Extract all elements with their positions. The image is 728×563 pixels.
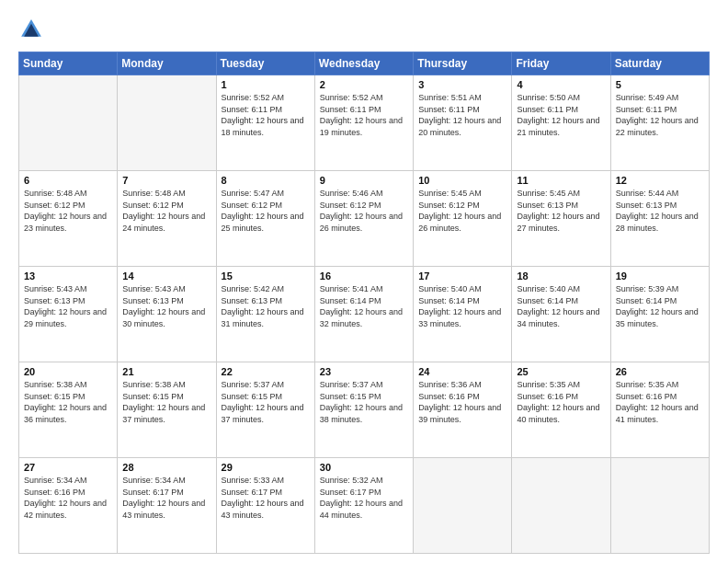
day-number: 23	[320, 366, 408, 377]
day-info: Sunrise: 5:46 AMSunset: 6:12 PMDaylight:…	[320, 188, 408, 234]
calendar-cell: 9Sunrise: 5:46 AMSunset: 6:12 PMDaylight…	[314, 171, 413, 267]
day-number: 15	[222, 270, 310, 282]
day-info: Sunrise: 5:34 AMSunset: 6:17 PMDaylight:…	[122, 475, 210, 521]
calendar-cell: 21Sunrise: 5:38 AMSunset: 6:15 PMDayligh…	[118, 362, 216, 458]
calendar-cell: 3Sunrise: 5:51 AMSunset: 6:11 PMDaylight…	[414, 75, 512, 171]
day-number: 16	[320, 270, 408, 282]
calendar-header-wednesday: Wednesday	[314, 52, 413, 75]
calendar-cell: 2Sunrise: 5:52 AMSunset: 6:11 PMDaylight…	[314, 75, 413, 171]
calendar-cell: 8Sunrise: 5:47 AMSunset: 6:12 PMDaylight…	[216, 171, 314, 267]
day-number: 19	[616, 270, 704, 282]
calendar-cell: 25Sunrise: 5:35 AMSunset: 6:16 PMDayligh…	[512, 362, 610, 458]
calendar-week-4: 20Sunrise: 5:38 AMSunset: 6:15 PMDayligh…	[19, 362, 710, 458]
day-info: Sunrise: 5:43 AMSunset: 6:13 PMDaylight:…	[24, 283, 112, 329]
calendar-cell: 22Sunrise: 5:37 AMSunset: 6:15 PMDayligh…	[216, 362, 314, 458]
calendar-cell: 10Sunrise: 5:45 AMSunset: 6:12 PMDayligh…	[414, 171, 512, 267]
day-number: 26	[616, 366, 704, 377]
calendar-cell: 1Sunrise: 5:52 AMSunset: 6:11 PMDaylight…	[216, 75, 314, 171]
calendar-header-saturday: Saturday	[610, 52, 709, 75]
calendar-cell	[118, 75, 216, 171]
calendar-cell: 7Sunrise: 5:48 AMSunset: 6:12 PMDaylight…	[118, 171, 216, 267]
calendar-cell: 16Sunrise: 5:41 AMSunset: 6:14 PMDayligh…	[314, 267, 413, 362]
day-number: 24	[418, 366, 506, 377]
day-number: 2	[320, 79, 408, 90]
day-info: Sunrise: 5:50 AMSunset: 6:11 PMDaylight:…	[517, 92, 605, 138]
day-number: 17	[418, 270, 506, 282]
calendar-cell: 23Sunrise: 5:37 AMSunset: 6:15 PMDayligh…	[314, 362, 413, 458]
day-number: 1	[222, 79, 310, 90]
day-info: Sunrise: 5:40 AMSunset: 6:14 PMDaylight:…	[517, 283, 605, 329]
header	[18, 17, 710, 42]
calendar-cell: 24Sunrise: 5:36 AMSunset: 6:16 PMDayligh…	[414, 362, 512, 458]
calendar-cell: 29Sunrise: 5:33 AMSunset: 6:17 PMDayligh…	[216, 458, 314, 554]
day-info: Sunrise: 5:32 AMSunset: 6:17 PMDaylight:…	[320, 475, 408, 521]
day-info: Sunrise: 5:52 AMSunset: 6:11 PMDaylight:…	[222, 92, 310, 138]
calendar-cell	[414, 458, 512, 554]
calendar-header-thursday: Thursday	[414, 52, 512, 75]
day-number: 18	[517, 270, 605, 282]
calendar-cell: 27Sunrise: 5:34 AMSunset: 6:16 PMDayligh…	[19, 458, 118, 554]
calendar-cell: 6Sunrise: 5:48 AMSunset: 6:12 PMDaylight…	[19, 171, 118, 267]
calendar-cell: 4Sunrise: 5:50 AMSunset: 6:11 PMDaylight…	[512, 75, 610, 171]
day-number: 30	[320, 462, 408, 473]
day-info: Sunrise: 5:33 AMSunset: 6:17 PMDaylight:…	[222, 475, 310, 521]
day-number: 5	[616, 79, 704, 90]
day-info: Sunrise: 5:36 AMSunset: 6:16 PMDaylight:…	[418, 379, 506, 425]
calendar-cell	[512, 458, 610, 554]
day-info: Sunrise: 5:34 AMSunset: 6:16 PMDaylight:…	[24, 475, 112, 521]
day-number: 22	[222, 366, 310, 377]
day-number: 13	[24, 270, 112, 282]
calendar-header-friday: Friday	[512, 52, 610, 75]
day-info: Sunrise: 5:35 AMSunset: 6:16 PMDaylight:…	[616, 379, 704, 425]
calendar-week-3: 13Sunrise: 5:43 AMSunset: 6:13 PMDayligh…	[19, 267, 710, 362]
page: SundayMondayTuesdayWednesdayThursdayFrid…	[0, 0, 728, 563]
day-number: 21	[122, 366, 210, 377]
day-info: Sunrise: 5:47 AMSunset: 6:12 PMDaylight:…	[222, 188, 310, 234]
day-info: Sunrise: 5:41 AMSunset: 6:14 PMDaylight:…	[320, 283, 408, 329]
day-number: 20	[24, 366, 112, 377]
calendar-cell: 13Sunrise: 5:43 AMSunset: 6:13 PMDayligh…	[19, 267, 118, 362]
calendar-table: SundayMondayTuesdayWednesdayThursdayFrid…	[18, 52, 710, 554]
calendar-cell	[19, 75, 118, 171]
calendar-week-2: 6Sunrise: 5:48 AMSunset: 6:12 PMDaylight…	[19, 171, 710, 267]
logo-icon	[18, 17, 44, 42]
calendar-cell: 14Sunrise: 5:43 AMSunset: 6:13 PMDayligh…	[118, 267, 216, 362]
day-info: Sunrise: 5:42 AMSunset: 6:13 PMDaylight:…	[222, 283, 310, 329]
day-info: Sunrise: 5:48 AMSunset: 6:12 PMDaylight:…	[122, 188, 210, 234]
day-number: 6	[24, 175, 112, 186]
day-number: 4	[517, 79, 605, 90]
calendar-cell: 15Sunrise: 5:42 AMSunset: 6:13 PMDayligh…	[216, 267, 314, 362]
day-info: Sunrise: 5:52 AMSunset: 6:11 PMDaylight:…	[320, 92, 408, 138]
calendar-week-1: 1Sunrise: 5:52 AMSunset: 6:11 PMDaylight…	[19, 75, 710, 171]
day-number: 14	[122, 270, 210, 282]
calendar-cell: 12Sunrise: 5:44 AMSunset: 6:13 PMDayligh…	[610, 171, 709, 267]
day-number: 7	[122, 175, 210, 186]
day-info: Sunrise: 5:38 AMSunset: 6:15 PMDaylight:…	[122, 379, 210, 425]
calendar-cell	[610, 458, 709, 554]
calendar-cell: 28Sunrise: 5:34 AMSunset: 6:17 PMDayligh…	[118, 458, 216, 554]
day-number: 12	[616, 175, 704, 186]
day-number: 11	[517, 175, 605, 186]
calendar-cell: 17Sunrise: 5:40 AMSunset: 6:14 PMDayligh…	[414, 267, 512, 362]
calendar-header-monday: Monday	[118, 52, 216, 75]
day-number: 27	[24, 462, 112, 473]
day-info: Sunrise: 5:51 AMSunset: 6:11 PMDaylight:…	[418, 92, 506, 138]
day-number: 29	[222, 462, 310, 473]
day-info: Sunrise: 5:49 AMSunset: 6:11 PMDaylight:…	[616, 92, 704, 138]
day-info: Sunrise: 5:35 AMSunset: 6:16 PMDaylight:…	[517, 379, 605, 425]
calendar-header-sunday: Sunday	[19, 52, 118, 75]
calendar-cell: 18Sunrise: 5:40 AMSunset: 6:14 PMDayligh…	[512, 267, 610, 362]
day-info: Sunrise: 5:38 AMSunset: 6:15 PMDaylight:…	[24, 379, 112, 425]
calendar-cell: 26Sunrise: 5:35 AMSunset: 6:16 PMDayligh…	[610, 362, 709, 458]
day-number: 3	[418, 79, 506, 90]
calendar-cell: 11Sunrise: 5:45 AMSunset: 6:13 PMDayligh…	[512, 171, 610, 267]
logo	[18, 17, 48, 42]
day-info: Sunrise: 5:37 AMSunset: 6:15 PMDaylight:…	[222, 379, 310, 425]
calendar-header-row: SundayMondayTuesdayWednesdayThursdayFrid…	[19, 52, 710, 75]
calendar-cell: 30Sunrise: 5:32 AMSunset: 6:17 PMDayligh…	[314, 458, 413, 554]
day-info: Sunrise: 5:48 AMSunset: 6:12 PMDaylight:…	[24, 188, 112, 234]
day-info: Sunrise: 5:37 AMSunset: 6:15 PMDaylight:…	[320, 379, 408, 425]
day-number: 9	[320, 175, 408, 186]
calendar-cell: 5Sunrise: 5:49 AMSunset: 6:11 PMDaylight…	[610, 75, 709, 171]
day-number: 28	[122, 462, 210, 473]
